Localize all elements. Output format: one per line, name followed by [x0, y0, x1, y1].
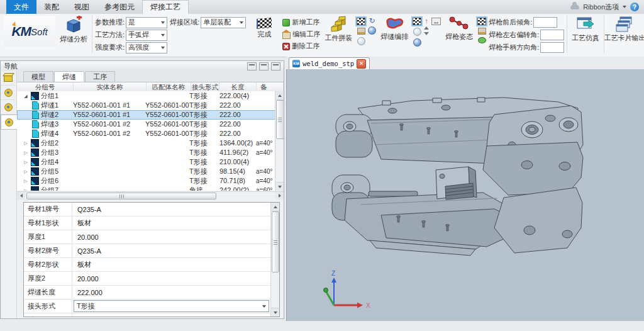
tab-model[interactable]: 模型	[23, 71, 53, 82]
property-vertical-scrollbar[interactable]	[270, 203, 279, 317]
scroll-down-icon[interactable]	[275, 182, 284, 191]
column-joint[interactable]: 接头形式	[191, 82, 219, 92]
menu-tab-view[interactable]: 视图	[67, 0, 97, 14]
sphere-icon[interactable]	[413, 38, 421, 47]
strength-requirement-select[interactable]: 高强度	[126, 42, 167, 53]
tab-weld-seam[interactable]: 焊缝	[54, 71, 84, 82]
printer-icon[interactable]	[357, 28, 365, 35]
expander-icon[interactable]: ▷	[17, 167, 30, 176]
float-panel-icon[interactable]	[247, 62, 257, 70]
coil-icon[interactable]	[478, 37, 486, 43]
tree-horizontal-scrollbar[interactable]	[17, 191, 284, 200]
param-inference-select[interactable]: 是	[126, 17, 167, 28]
table-row-weld3[interactable]: 焊缝3 Y552-0601-001 #2 Y552-0601-002 #1 T形…	[17, 120, 284, 129]
scrollbar-thumb[interactable]	[26, 193, 216, 199]
delete-process-button[interactable]: 删除工序	[282, 42, 319, 51]
table-row-group2[interactable]: ▷分组2 T形接 1364.00(2) a=40°	[17, 138, 284, 148]
expander-icon[interactable]: ▷	[17, 157, 30, 167]
sphere-icon[interactable]	[368, 26, 376, 35]
table-row-weld2-selected[interactable]: 焊缝2 Y552-0601-001 #1 Y552-0601-002 #2 T形…	[17, 110, 284, 120]
viewport-canvas[interactable]: Z X	[286, 69, 644, 321]
cloud-icon[interactable]	[570, 4, 579, 9]
gear-button-1[interactable]	[1, 86, 16, 100]
property-row[interactable]: 焊缝长度 222.000	[24, 286, 279, 300]
property-row[interactable]: 母材2牌号 Q235-A	[24, 244, 279, 258]
workpiece-assemble-button[interactable]: 工件拼装	[321, 14, 355, 43]
scroll-right-icon[interactable]	[275, 192, 284, 199]
column-match[interactable]: 匹配体名称	[147, 82, 191, 92]
add-process-button[interactable]: 新增工序	[282, 18, 319, 27]
move-up-icon[interactable]	[424, 26, 429, 30]
span-icon[interactable]: ↔	[431, 18, 441, 25]
help-icon[interactable]: ?	[630, 3, 639, 11]
red-arrow-icon[interactable]: ↑	[425, 18, 428, 24]
pin-panel-icon[interactable]	[259, 62, 269, 70]
property-row[interactable]: 厚度2 20.000	[24, 272, 279, 286]
property-row[interactable]: 计算板厚 20	[24, 313, 279, 317]
expander-icon[interactable]: ▷	[17, 148, 30, 157]
torch-handle-input[interactable]	[540, 42, 564, 53]
column-note[interactable]: 备	[257, 82, 284, 92]
menu-tab-reference[interactable]: 参考图元	[97, 0, 142, 14]
expander-icon[interactable]: ▷	[17, 176, 30, 186]
scroll-up-icon[interactable]	[275, 91, 284, 100]
process-simulation-button[interactable]: 工艺仿真	[569, 14, 602, 43]
close-tab-icon[interactable]: ✕	[357, 59, 366, 69]
table-row-group4[interactable]: ▷分组4 T形接 210.00(4)	[17, 157, 284, 167]
column-entity[interactable]: 实体名称	[74, 82, 147, 92]
sphere-icon[interactable]	[357, 37, 365, 45]
model-box-button[interactable]	[1, 71, 16, 86]
sphere-icon[interactable]	[413, 28, 421, 36]
gear-button-3[interactable]	[1, 115, 17, 130]
move-down-icon[interactable]	[424, 32, 429, 35]
property-row[interactable]: 母材1牌号 Q235-A	[24, 203, 279, 216]
edit-process-button[interactable]: 编辑工序	[282, 30, 320, 39]
tab-process[interactable]: 工序	[85, 71, 115, 82]
table-row-group5[interactable]: ▷分组5 T形接 98.15(4) a=40°	[17, 167, 284, 176]
scrollbar-thumb[interactable]	[276, 100, 284, 139]
weld-arrange-button[interactable]: 焊缝编排	[377, 14, 411, 42]
expander-icon[interactable]: ◢	[17, 91, 30, 101]
flag-icon[interactable]	[357, 18, 365, 25]
menu-file[interactable]: 文件	[6, 0, 36, 14]
joint-type-select[interactable]: T形接	[74, 300, 269, 312]
printer-icon[interactable]	[478, 28, 486, 35]
process-card-output-button[interactable]: 工艺卡片输出	[606, 14, 644, 43]
property-row[interactable]: 母材1形状 板材	[24, 216, 279, 230]
gear-button-2[interactable]	[1, 100, 16, 115]
scroll-down-icon[interactable]	[271, 308, 279, 317]
menu-tab-welding-process[interactable]: 焊接工艺	[142, 0, 189, 14]
weld-region-select[interactable]: 单层装配	[201, 17, 246, 28]
scrollbar-thumb[interactable]	[272, 211, 279, 272]
ribbon-options-button[interactable]: Ribbon选项	[583, 3, 619, 12]
property-row-joint-type[interactable]: 接头形式 T形接	[24, 300, 279, 313]
table-row-group3[interactable]: ▷分组3 T形接 411.96(2) a=40°	[17, 148, 284, 157]
table-row-weld1[interactable]: 焊缝1 Y552-0601-001 #1 Y552-0601-002 #1 T形…	[17, 101, 284, 110]
table-row-group1[interactable]: ◢分组1 T形接 222.00(4)	[17, 91, 284, 101]
document-tab[interactable]: KM weld_demo_stp ✕	[289, 57, 370, 69]
property-row[interactable]: 厚度1 20.000	[24, 230, 279, 244]
expander-icon[interactable]: ▷	[17, 138, 30, 148]
scroll-up-icon[interactable]	[271, 203, 279, 211]
column-group[interactable]: 分组号	[17, 82, 74, 92]
expander-icon[interactable]: ▷	[17, 186, 30, 191]
close-panel-icon[interactable]	[271, 62, 280, 70]
menu-tab-assembly[interactable]: 装配	[36, 0, 67, 14]
scroll-left-icon[interactable]	[17, 192, 25, 199]
finish-button[interactable]: 完成	[247, 14, 281, 39]
torch-pose-button[interactable]: 焊枪姿态	[442, 14, 476, 42]
table-row-group6[interactable]: ▷分组6 T形接 70.71(8) a=40°	[17, 176, 284, 186]
rotate-icon[interactable]: ↻	[369, 18, 375, 24]
flag-icon[interactable]	[477, 18, 486, 25]
table-row-group7[interactable]: ▷分组7 角接 242.00(2) a=60°	[17, 186, 284, 191]
table-row-weld4[interactable]: 焊缝4 Y552-0601-001 #2 Y552-0601-002 #2 T形…	[17, 129, 284, 138]
flag-icon[interactable]	[413, 18, 421, 25]
torch-pitch-input[interactable]	[533, 17, 557, 28]
process-method-select[interactable]: 手弧焊	[126, 30, 167, 41]
column-length[interactable]: 长度	[219, 82, 257, 92]
weld-analysis-button[interactable]: 焊缝分析	[57, 14, 91, 44]
property-row[interactable]: 母材2形状 板材	[24, 258, 279, 272]
torch-yaw-input[interactable]	[540, 30, 564, 40]
tree-vertical-scrollbar[interactable]	[275, 91, 284, 191]
chevron-down-icon[interactable]	[623, 6, 626, 8]
